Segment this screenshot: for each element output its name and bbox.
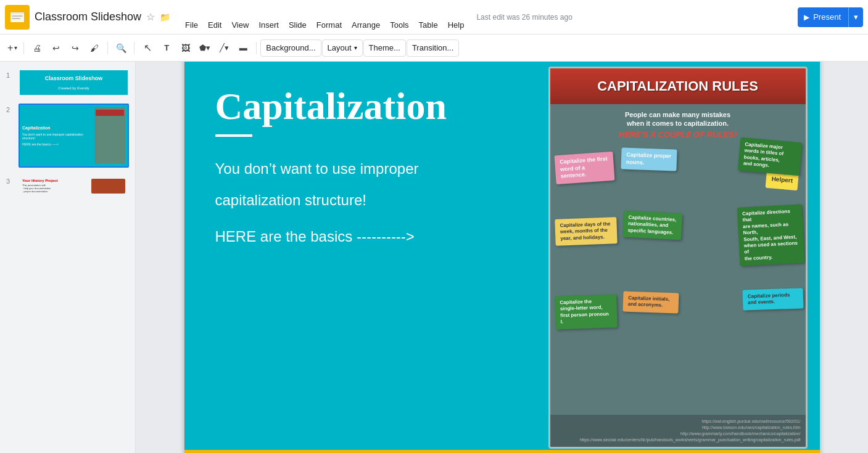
paint-button[interactable]: 🖌 bbox=[85, 39, 104, 57]
redo-button[interactable]: ↪ bbox=[66, 39, 85, 57]
menu-table[interactable]: Table bbox=[414, 18, 443, 32]
add-dropdown-icon: ▾ bbox=[14, 44, 17, 51]
rule-card-5: Capitalize countries,nationalities, ands… bbox=[622, 210, 682, 240]
thumb-box-1[interactable]: Classroom Slideshow Created by Evently bbox=[19, 69, 129, 96]
menu-tools[interactable]: Tools bbox=[385, 18, 413, 32]
thumb1-title: Classroom Slideshow bbox=[45, 75, 103, 81]
slide-divider bbox=[215, 134, 252, 137]
thumb-inner-1: Classroom Slideshow Created by Evently bbox=[20, 70, 128, 95]
present-dropdown[interactable]: ▾ bbox=[848, 7, 863, 27]
menu-bar: File Edit View Insert Slide Format Arran… bbox=[180, 0, 469, 35]
thumb-inner-3: Your History Project This presentation w… bbox=[20, 176, 128, 196]
menu-slide[interactable]: Slide bbox=[284, 18, 312, 32]
poster-footer-text: https://owl.english.purdue.edu/owl/resou… bbox=[555, 418, 801, 443]
text-button[interactable]: T bbox=[157, 39, 176, 57]
canvas-area: Capitalization You don’t want to use imp… bbox=[136, 62, 868, 453]
menu-insert[interactable]: Insert bbox=[254, 18, 284, 32]
rule-card-9: Capitalize periodsand events. bbox=[742, 288, 803, 310]
thumb1-sub: Created by Evently bbox=[58, 86, 89, 90]
app-icon bbox=[5, 5, 30, 30]
plus-icon: + bbox=[7, 43, 13, 54]
toolbar-sep-1 bbox=[23, 42, 24, 54]
toolbar-sep-4 bbox=[256, 42, 257, 54]
rule-card-3: Capitalize majorwords in titles ofbooks,… bbox=[737, 137, 801, 175]
toolbar-insert-group: ↖ T 🖼 ⬟▾ ╱▾ ▬ bbox=[138, 39, 252, 57]
thumb-box-2[interactable]: Capitalization You don't want to use imp… bbox=[19, 104, 129, 168]
slide-num-1: 1 bbox=[6, 69, 15, 79]
slide-bottom-bar bbox=[184, 450, 820, 454]
thumb2-title: Capitalization bbox=[22, 126, 93, 130]
layout-dropdown-icon: ▾ bbox=[354, 44, 357, 51]
top-bar: Classroom Slideshow ☆ 📁 File Edit View I… bbox=[0, 0, 868, 35]
title-area: Classroom Slideshow ☆ 📁 bbox=[35, 10, 170, 23]
thumb-inner-2: Capitalization You don't want to use imp… bbox=[20, 105, 128, 166]
poster-title: CAPITALIZATION RULES bbox=[558, 78, 798, 94]
toolbar-zoom-group: 🔍 bbox=[112, 39, 130, 57]
thumb-box-3[interactable]: Your History Project This presentation w… bbox=[19, 175, 129, 197]
present-button[interactable]: ▶ Present ▾ bbox=[798, 7, 863, 27]
slide-thumb-3[interactable]: 3 Your History Project This presentation… bbox=[5, 174, 130, 198]
rule-card-2: Capitalize propernouns. bbox=[621, 147, 677, 171]
menu-help[interactable]: Help bbox=[443, 18, 469, 32]
rule-card-7: Capitalize thesingle-letter word,first p… bbox=[555, 294, 618, 329]
svg-rect-1 bbox=[10, 12, 24, 14]
menu-arrange[interactable]: Arrange bbox=[347, 18, 385, 32]
thumb3-right bbox=[91, 179, 125, 194]
main-area: 1 Classroom Slideshow Created by Evently… bbox=[0, 62, 868, 453]
thumb2-text-area: Capitalization You don't want to use imp… bbox=[22, 107, 93, 164]
thumb2-body2: HERE are the basics -----> bbox=[22, 142, 93, 146]
rule-card-8: Capitalize initials,and acronyms. bbox=[622, 291, 679, 313]
poster-body: People can make many mistakeswhen it com… bbox=[550, 104, 806, 415]
add-button[interactable]: + ▾ bbox=[5, 39, 20, 57]
toolbar-sep-2 bbox=[107, 42, 108, 54]
menu-format[interactable]: Format bbox=[312, 18, 347, 32]
svg-rect-2 bbox=[12, 15, 23, 17]
folder-icon[interactable]: 📁 bbox=[160, 12, 170, 22]
undo-button[interactable]: ↩ bbox=[47, 39, 65, 57]
toolbar-add-group: + ▾ bbox=[5, 39, 20, 57]
thumb2-poster-banner bbox=[96, 110, 124, 116]
layout-button[interactable]: Layout ▾ bbox=[322, 39, 363, 57]
poster-rules-line: HERE'S A COUPLE OF RULES! bbox=[556, 130, 800, 139]
toolbar: + ▾ 🖨 ↩ ↪ 🖌 🔍 ↖ T 🖼 ⬟▾ ╱▾ ▬ Background..… bbox=[0, 35, 868, 62]
toolbar-file-group: 🖨 ↩ ↪ 🖌 bbox=[28, 39, 104, 57]
rule-card-1: Capitalize the firstword of a sentence. bbox=[554, 151, 614, 184]
poster-banner: CAPITALIZATION RULES bbox=[550, 68, 806, 104]
theme-button[interactable]: Theme... bbox=[363, 39, 406, 57]
zoom-button[interactable]: 🔍 bbox=[112, 39, 130, 57]
thumb3-title: Your History Project bbox=[22, 179, 89, 182]
svg-rect-3 bbox=[12, 18, 20, 19]
thumb2-poster bbox=[94, 107, 125, 164]
rule-card-4: Capitalize days of theweek, months of th… bbox=[555, 217, 617, 246]
cursor-button[interactable]: ↖ bbox=[138, 39, 157, 57]
comment-button[interactable]: ▬ bbox=[234, 39, 252, 57]
thumb3-left: Your History Project This presentation w… bbox=[22, 179, 89, 194]
slide-thumb-1[interactable]: 1 Classroom Slideshow Created by Evently bbox=[5, 68, 130, 97]
background-button[interactable]: Background... bbox=[260, 39, 321, 57]
menu-file[interactable]: File bbox=[180, 18, 203, 32]
menu-view[interactable]: View bbox=[226, 18, 254, 32]
capitalization-poster[interactable]: CAPITALIZATION RULES People can make man… bbox=[548, 67, 808, 449]
thumb3-text: This presentation will:- help your docum… bbox=[22, 184, 89, 194]
slide-num-3: 3 bbox=[6, 175, 15, 185]
poster-footer: https://owl.english.purdue.edu/owl/resou… bbox=[550, 415, 806, 446]
doc-title: Classroom Slideshow bbox=[35, 10, 141, 23]
line-button[interactable]: ╱▾ bbox=[215, 39, 233, 57]
transition-button[interactable]: Transition... bbox=[407, 39, 459, 57]
slide-panel: 1 Classroom Slideshow Created by Evently… bbox=[0, 62, 136, 453]
slide-canvas[interactable]: Capitalization You don’t want to use imp… bbox=[184, 62, 820, 453]
shape-button[interactable]: ⬟▾ bbox=[196, 39, 214, 57]
print-button[interactable]: 🖨 bbox=[28, 39, 46, 57]
slide-thumb-2[interactable]: 2 Capitalization You don't want to use i… bbox=[5, 102, 130, 169]
rule-card-6: Capitalize directions thatare names, suc… bbox=[737, 204, 804, 266]
slide-num-2: 2 bbox=[6, 104, 15, 113]
image-button[interactable]: 🖼 bbox=[176, 39, 195, 57]
last-edit: Last edit was 26 minutes ago bbox=[476, 13, 572, 22]
present-main[interactable]: ▶ Present bbox=[798, 7, 848, 27]
poster-intro: People can make many mistakeswhen it com… bbox=[556, 110, 800, 128]
present-label: Present bbox=[813, 12, 841, 22]
thumb2-body: You don't want to use improper capitaliz… bbox=[22, 133, 93, 141]
star-icon[interactable]: ☆ bbox=[146, 11, 155, 23]
menu-edit[interactable]: Edit bbox=[203, 18, 226, 32]
toolbar-slide-group: Background... Layout ▾ Theme... Transiti… bbox=[260, 39, 459, 57]
